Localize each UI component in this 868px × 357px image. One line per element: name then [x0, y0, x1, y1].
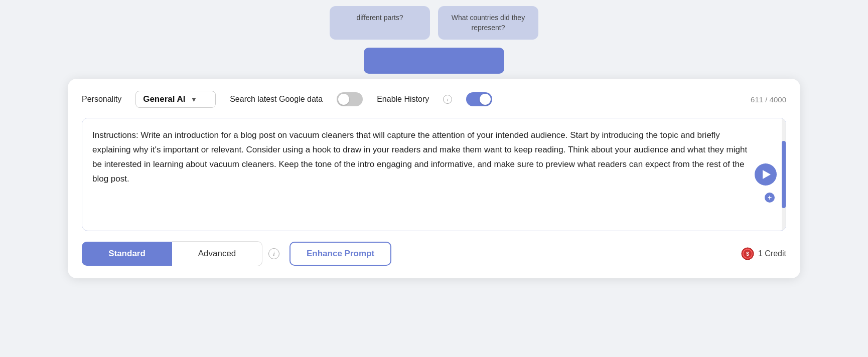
char-count: 611 / 4000: [751, 95, 786, 104]
history-toggle-knob: [480, 94, 491, 105]
enhance-prompt-button[interactable]: Enhance Prompt: [290, 242, 391, 266]
personality-select[interactable]: General AI ▼: [135, 91, 216, 108]
credit-icon: $: [741, 247, 754, 260]
search-toggle[interactable]: [337, 92, 363, 106]
generate-top-button[interactable]: [364, 48, 504, 74]
controls-row: Personality General AI ▼ Search latest G…: [82, 91, 786, 108]
main-panel: Personality General AI ▼ Search latest G…: [68, 79, 800, 278]
history-toggle[interactable]: [466, 92, 492, 106]
generate-btn-area: [0, 48, 868, 74]
send-button[interactable]: [755, 163, 777, 186]
chevron-down-icon: ▼: [191, 95, 198, 103]
search-label: Search latest Google data: [230, 95, 323, 104]
suggestion-card-2[interactable]: What countries did they represent?: [438, 6, 538, 40]
suggestion-card-1[interactable]: different parts?: [330, 6, 430, 40]
enable-history-info-icon[interactable]: i: [443, 95, 452, 104]
send-icon: [763, 170, 771, 179]
textarea-container: +: [82, 118, 786, 231]
bottom-controls-row: Standard Advanced i Enhance Prompt $ 1 C…: [82, 241, 786, 266]
svg-text:$: $: [746, 251, 749, 257]
scrollbar-track[interactable]: [782, 118, 786, 231]
advanced-info-icon[interactable]: i: [268, 248, 279, 259]
credit-area: $ 1 Credit: [741, 247, 786, 260]
advanced-button[interactable]: Advanced: [172, 241, 262, 266]
plus-icon: +: [768, 194, 772, 201]
scrollbar-thumb: [782, 141, 786, 208]
personality-value: General AI: [143, 94, 185, 104]
enable-history-label: Enable History: [377, 95, 429, 104]
prompt-textarea[interactable]: [82, 118, 786, 229]
personality-label: Personality: [82, 95, 121, 104]
credit-label: 1 Credit: [758, 249, 786, 258]
suggestion-cards-area: different parts? What countries did they…: [0, 0, 868, 48]
search-toggle-knob: [338, 94, 349, 105]
standard-button[interactable]: Standard: [82, 242, 172, 266]
